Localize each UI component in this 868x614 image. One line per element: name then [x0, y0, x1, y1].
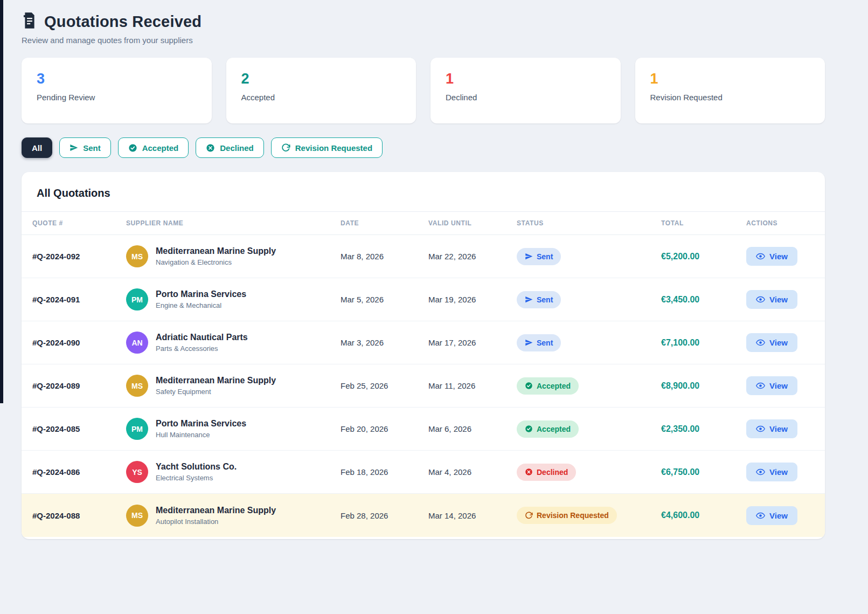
status-badge: Accepted — [517, 377, 579, 395]
view-button[interactable]: View — [746, 376, 797, 395]
supplier-avatar: PM — [126, 418, 148, 440]
filter-revision-requested-button[interactable]: Revision Requested — [271, 137, 383, 158]
view-button[interactable]: View — [746, 419, 797, 438]
quote-total: €2,350.00 — [661, 424, 746, 434]
table-row: #Q-2024-086 YS Yacht Solutions Co. Elect… — [22, 451, 825, 494]
column-header-valid-until: Valid Until — [428, 219, 517, 227]
stat-card-pending-review: 3 Pending Review — [22, 58, 212, 123]
column-header-status: Status — [517, 219, 661, 227]
column-header-total: Total — [661, 219, 746, 227]
stat-value: 3 — [37, 71, 197, 87]
supplier-name: Mediterranean Marine Supply — [156, 376, 276, 385]
supplier-name: Yacht Solutions Co. — [156, 462, 237, 472]
view-button[interactable]: View — [746, 333, 797, 352]
sidebar-edge — [0, 0, 3, 403]
filter-declined-button[interactable]: Declined — [196, 137, 264, 158]
supplier-category: Safety Equipment — [156, 388, 276, 396]
quote-total: €8,900.00 — [661, 381, 746, 391]
check-circle-icon — [525, 425, 533, 433]
quote-number: #Q-2024-092 — [32, 252, 126, 261]
eye-icon — [756, 381, 765, 390]
supplier-category: Electrical Systems — [156, 474, 237, 482]
quote-total: €7,100.00 — [661, 338, 746, 348]
status-badge: Sent — [517, 334, 561, 351]
send-icon — [525, 295, 533, 303]
eye-icon — [756, 424, 765, 433]
quote-number: #Q-2024-088 — [32, 511, 126, 520]
supplier-category: Parts & Accessories — [156, 344, 248, 353]
filter-accepted-button[interactable]: Accepted — [118, 137, 189, 158]
column-header-actions: Actions — [746, 219, 825, 227]
stat-label: Revision Requested — [650, 93, 810, 102]
supplier-category: Engine & Mechanical — [156, 301, 246, 309]
quote-date: Mar 8, 2026 — [341, 252, 428, 261]
status-badge: Declined — [517, 464, 576, 481]
stat-value: 1 — [650, 71, 810, 87]
view-button[interactable]: View — [746, 506, 797, 525]
supplier-avatar: MS — [126, 505, 148, 527]
send-icon — [525, 252, 533, 260]
stat-value: 1 — [446, 71, 606, 87]
supplier-cell: PM Porto Marina Services Hull Maintenanc… — [126, 418, 341, 440]
supplier-name: Porto Marina Services — [156, 289, 246, 299]
quote-number: #Q-2024-086 — [32, 467, 126, 477]
view-button[interactable]: View — [746, 247, 797, 266]
table-row: #Q-2024-092 MS Mediterranean Marine Supp… — [22, 235, 825, 278]
eye-icon — [756, 511, 765, 520]
quote-date: Feb 18, 2026 — [341, 467, 428, 477]
status-badge: Sent — [517, 248, 561, 265]
filter-bar: All Sent Accepted Declined Revision Requ… — [22, 137, 825, 158]
refresh-icon — [525, 512, 533, 520]
valid-until-date: Mar 22, 2026 — [428, 252, 517, 261]
quote-total: €5,200.00 — [661, 252, 746, 261]
quote-total: €4,600.00 — [661, 510, 746, 520]
status-badge: Accepted — [517, 420, 579, 438]
column-header-quote: Quote # — [32, 219, 126, 227]
quote-total: €6,750.00 — [661, 467, 746, 477]
supplier-category: Hull Maintenance — [156, 431, 246, 439]
quote-date: Feb 25, 2026 — [341, 381, 428, 390]
eye-icon — [756, 295, 765, 304]
supplier-cell: MS Mediterranean Marine Supply Navigatio… — [126, 245, 341, 267]
stat-label: Accepted — [241, 93, 401, 102]
eye-icon — [756, 338, 765, 347]
supplier-name: Porto Marina Services — [156, 419, 246, 429]
stat-card-revision-requested: 1 Revision Requested — [635, 58, 825, 123]
table-title: All Quotations — [22, 172, 825, 211]
stats-row: 3 Pending Review 2 Accepted 1 Declined 1… — [22, 58, 825, 123]
supplier-name: Mediterranean Marine Supply — [156, 506, 276, 515]
table-row: #Q-2024-085 PM Porto Marina Services Hul… — [22, 408, 825, 451]
page-subtitle: Review and manage quotes from your suppl… — [22, 36, 825, 45]
page-title: Quotations Received — [44, 13, 202, 31]
table-row: #Q-2024-088 MS Mediterranean Marine Supp… — [22, 494, 825, 537]
supplier-category: Autopilot Installation — [156, 518, 276, 526]
supplier-avatar: PM — [126, 288, 148, 311]
column-header-supplier: Supplier Name — [126, 219, 341, 227]
quote-date: Feb 20, 2026 — [341, 424, 428, 433]
supplier-category: Navigation & Electronics — [156, 258, 276, 266]
main-content: Quotations Received Review and manage qu… — [22, 0, 825, 539]
supplier-name: Mediterranean Marine Supply — [156, 246, 276, 256]
refresh-icon — [281, 143, 290, 153]
valid-until-date: Mar 4, 2026 — [428, 467, 517, 477]
quote-number: #Q-2024-089 — [32, 381, 126, 390]
quote-date: Mar 3, 2026 — [341, 338, 428, 347]
eye-icon — [756, 467, 765, 477]
view-button[interactable]: View — [746, 290, 797, 309]
valid-until-date: Mar 17, 2026 — [428, 338, 517, 347]
table-header-row: Quote # Supplier Name Date Valid Until S… — [22, 211, 825, 235]
stat-label: Pending Review — [37, 93, 197, 102]
page-header: Quotations Received Review and manage qu… — [22, 12, 825, 45]
supplier-cell: AN Adriatic Nautical Parts Parts & Acces… — [126, 332, 341, 354]
quote-number: #Q-2024-091 — [32, 295, 126, 304]
valid-until-date: Mar 14, 2026 — [428, 511, 517, 520]
filter-all-button[interactable]: All — [22, 137, 52, 158]
supplier-name: Adriatic Nautical Parts — [156, 333, 248, 342]
table-row: #Q-2024-090 AN Adriatic Nautical Parts P… — [22, 321, 825, 364]
table-row: #Q-2024-089 MS Mediterranean Marine Supp… — [22, 364, 825, 408]
filter-sent-button[interactable]: Sent — [59, 137, 111, 158]
valid-until-date: Mar 6, 2026 — [428, 424, 517, 433]
stat-card-accepted: 2 Accepted — [226, 58, 416, 123]
view-button[interactable]: View — [746, 463, 797, 481]
stat-card-declined: 1 Declined — [430, 58, 621, 123]
